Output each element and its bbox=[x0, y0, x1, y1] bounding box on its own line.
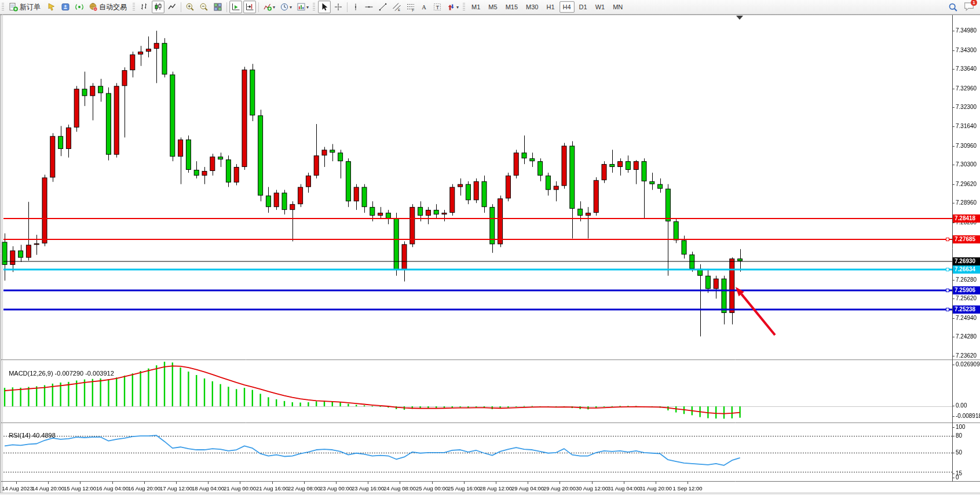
text-label-button[interactable]: T bbox=[431, 1, 444, 13]
timeframe-d1[interactable]: D1 bbox=[576, 1, 591, 13]
tile-windows-button[interactable] bbox=[211, 1, 224, 13]
price-tick-label: 7.26280 bbox=[956, 276, 980, 283]
horizontal-line-icon bbox=[364, 2, 374, 12]
toolbar-separator bbox=[181, 2, 181, 12]
candlestick-chart-button[interactable] bbox=[152, 1, 164, 13]
rsi-value: 40.4898 bbox=[32, 432, 56, 439]
toolbar-right-group: 1 bbox=[948, 2, 974, 13]
price-line-label: 7.26930 bbox=[953, 257, 980, 265]
vertical-line-button[interactable] bbox=[350, 1, 361, 13]
svg-text:A: A bbox=[422, 4, 426, 10]
zoom-in-button[interactable] bbox=[184, 1, 196, 13]
time-tick-label: 21 Aug 16:00 bbox=[255, 485, 290, 492]
tile-windows-icon bbox=[213, 2, 222, 12]
autotrading-label: 自动交易 bbox=[99, 2, 127, 12]
clock-icon bbox=[280, 2, 289, 12]
line-chart-button[interactable] bbox=[166, 1, 178, 13]
price-line-label: 7.25238 bbox=[953, 305, 980, 314]
price-tick-label: 7.32300 bbox=[956, 104, 980, 111]
toolbar-grip bbox=[463, 3, 465, 12]
macd-scale-label: 0.026909 bbox=[956, 361, 980, 368]
auto-scroll-icon bbox=[231, 2, 240, 12]
crosshair-button[interactable] bbox=[332, 1, 345, 13]
macd-scale-label: -0.008918 bbox=[956, 413, 980, 420]
time-tick-label: 16 Aug 04:00 bbox=[95, 485, 130, 492]
macd-values: -0.007290 -0.003912 bbox=[55, 370, 114, 377]
time-tick-label: 25 Aug 00:00 bbox=[415, 485, 449, 492]
indicators-button[interactable]: ▾ bbox=[261, 1, 277, 13]
time-tick-label: 28 Aug 12:00 bbox=[478, 485, 513, 492]
time-tick-label: 31 Aug 20:00 bbox=[638, 485, 673, 492]
time-tick-label: 25 Aug 16:00 bbox=[447, 485, 481, 492]
trendline-icon bbox=[378, 2, 387, 12]
zoom-out-button[interactable] bbox=[198, 1, 210, 13]
svg-text:T: T bbox=[436, 4, 439, 10]
zoom-out-icon bbox=[199, 2, 209, 12]
timeframe-m30[interactable]: M30 bbox=[522, 1, 542, 13]
timeframe-m15[interactable]: M15 bbox=[502, 1, 521, 13]
bar-chart-button[interactable] bbox=[138, 1, 151, 13]
timeframe-h4[interactable]: H4 bbox=[560, 1, 575, 13]
toolbar-grip bbox=[133, 3, 135, 12]
templates-button[interactable]: ▾ bbox=[295, 1, 310, 13]
rsi-scale-label: 80 bbox=[956, 432, 980, 439]
chart-canvas[interactable] bbox=[0, 0, 980, 495]
template-icon bbox=[297, 2, 306, 12]
equidistant-channel-button[interactable]: E bbox=[390, 1, 403, 13]
dropdown-caret-icon: ▾ bbox=[456, 5, 459, 10]
autotrading-button[interactable]: 自动交易 bbox=[87, 1, 130, 13]
toolbar: 新订单 自动交易 ▾ ▾ ▾ bbox=[0, 0, 980, 14]
price-tick-label: 7.23620 bbox=[956, 352, 980, 359]
toolbar-separator bbox=[258, 2, 259, 12]
timeframe-h1[interactable]: H1 bbox=[543, 1, 558, 13]
price-line-label: 7.26634 bbox=[953, 265, 980, 274]
timeframe-w1[interactable]: W1 bbox=[592, 1, 609, 13]
rsi-scale-label: 50 bbox=[956, 449, 980, 456]
auto-scroll-button[interactable] bbox=[229, 1, 242, 13]
time-tick-label: 24 Aug 08:00 bbox=[382, 485, 417, 492]
price-tick-label: 7.31640 bbox=[956, 123, 980, 130]
timeframe-mn[interactable]: MN bbox=[609, 1, 626, 13]
time-tick-label: 17 Aug 12:00 bbox=[159, 485, 193, 492]
time-tick-label: 18 Aug 04:00 bbox=[191, 485, 225, 492]
horizontal-line-button[interactable] bbox=[363, 1, 375, 13]
bar-chart-icon bbox=[140, 2, 149, 12]
periods-button[interactable]: ▾ bbox=[278, 1, 294, 13]
timeframe-group: M1M5M15M30H1H4D1W1MN bbox=[467, 1, 627, 13]
toolbar-grip bbox=[2, 3, 4, 12]
time-tick-label: 23 Aug 16:00 bbox=[350, 485, 385, 492]
arrows-tool-button[interactable]: ▾ bbox=[445, 1, 460, 13]
zoom-in-icon bbox=[185, 2, 195, 12]
new-order-button[interactable]: 新订单 bbox=[7, 1, 44, 13]
cursor-button[interactable] bbox=[318, 1, 331, 13]
text-button[interactable]: A bbox=[418, 1, 430, 13]
fibonacci-button[interactable]: F bbox=[404, 1, 417, 13]
chart-shift-button[interactable] bbox=[243, 1, 256, 13]
cursor-arrow-icon bbox=[320, 2, 329, 12]
new-order-label: 新订单 bbox=[20, 2, 41, 12]
price-line-label: 7.27685 bbox=[953, 235, 980, 243]
text-a-icon: A bbox=[420, 2, 428, 12]
time-tick-label: 21 Aug 00:00 bbox=[222, 485, 257, 492]
time-tick-label: 14 Aug 2023 bbox=[0, 485, 35, 492]
signals-button[interactable] bbox=[73, 1, 86, 13]
timeframe-m5[interactable]: M5 bbox=[485, 1, 500, 13]
time-tick-label: 22 Aug 08:00 bbox=[287, 485, 321, 492]
timeframe-m1[interactable]: M1 bbox=[468, 1, 484, 13]
rsi-scale-label: 100 bbox=[956, 424, 980, 431]
dropdown-caret-icon: ▾ bbox=[290, 5, 292, 10]
trendline-button[interactable] bbox=[376, 1, 389, 13]
time-tick-label: 31 Aug 04:00 bbox=[606, 485, 641, 492]
svg-text:F: F bbox=[412, 8, 414, 12]
vertical-line-icon bbox=[352, 2, 360, 12]
search-icon[interactable] bbox=[948, 2, 958, 12]
dropdown-caret-icon: ▾ bbox=[273, 5, 275, 10]
time-tick-label: 16 Aug 20:00 bbox=[127, 485, 162, 492]
chart-shift-icon bbox=[245, 2, 254, 12]
market-depth-button[interactable] bbox=[45, 1, 58, 13]
time-tick-label: 14 Aug 20:00 bbox=[31, 485, 65, 492]
rsi-indicator-label: RSI(14) 40.4898 bbox=[5, 425, 56, 439]
chat-button[interactable]: 1 bbox=[964, 2, 974, 13]
time-tick-label: 29 Aug 20:00 bbox=[542, 485, 577, 492]
community-button[interactable] bbox=[59, 1, 72, 13]
